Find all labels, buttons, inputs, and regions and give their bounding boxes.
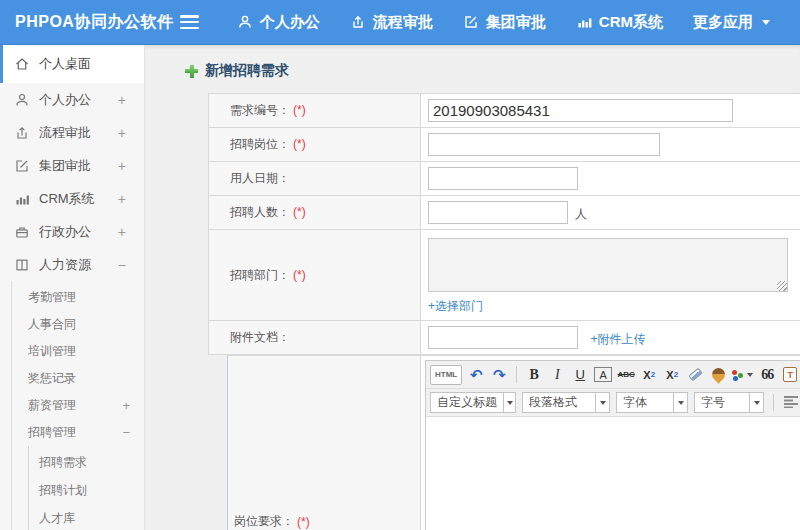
sidebar-item-hr[interactable]: 人力资源 − [0, 248, 144, 281]
main-content: 新增招聘需求 需求编号：(*) 招聘岗位：(*) [145, 45, 800, 530]
sidebar-item-training[interactable]: 培训管理 [12, 338, 144, 365]
field-value-cell [421, 128, 800, 162]
field-label: 招聘部门： [230, 268, 290, 282]
sidebar-item-label: 培训管理 [28, 343, 130, 360]
brush-icon [709, 365, 727, 383]
expand-plus-icon[interactable]: + [118, 158, 126, 174]
editor-toolbar-row1: HTML ↶ ↷ B I U A ABC X2 X2 6 [426, 361, 800, 389]
expand-plus-icon[interactable]: + [122, 398, 130, 413]
field-value-cell [421, 94, 800, 128]
book-icon [14, 257, 30, 273]
font-style-button[interactable]: A [594, 367, 612, 382]
nav-label: 更多应用 [693, 13, 753, 32]
sidebar-item-label: 人力资源 [39, 256, 109, 274]
sidebar-item-label: 招聘计划 [39, 482, 87, 499]
sidebar-item-recruit-mgmt[interactable]: 招聘管理 − [12, 419, 144, 446]
nav-workflow-approval[interactable]: 流程审批 [350, 13, 433, 32]
headcount-input[interactable] [428, 201, 568, 224]
field-value-cell: +附件上传 [421, 321, 800, 355]
expand-plus-icon[interactable]: + [118, 191, 126, 207]
editor-toolbar-row2: 自定义标题 段落格式 字体 字号 [426, 389, 800, 417]
select-label: 段落格式 [523, 394, 595, 411]
editor-content-area[interactable] [426, 417, 800, 530]
strikethrough-button[interactable]: ABC [617, 365, 635, 385]
upload-attachment-link[interactable]: +附件上传 [590, 332, 645, 346]
hire-date-input[interactable] [428, 167, 578, 190]
sidebar-item-attendance[interactable]: 考勤管理 [12, 284, 144, 311]
briefcase-icon [14, 224, 30, 240]
paragraph-format-select[interactable]: 段落格式 [522, 392, 610, 413]
sidebar-item-crm[interactable]: CRM系统 + [0, 182, 144, 215]
sidebar-item-group-approval[interactable]: 集团审批 + [0, 149, 144, 182]
field-label: 需求编号： [230, 103, 290, 117]
sidebar-item-recruit-demand[interactable]: 招聘需求 [29, 448, 144, 476]
sidebar-item-label: 薪资管理 [28, 397, 122, 414]
hr-submenu: 考勤管理 人事合同 培训管理 奖惩记录 薪资管理 + 招聘管理 − 招聘需求 [11, 281, 144, 530]
required-mark: (*) [293, 205, 306, 219]
sidebar-item-label: 考勤管理 [28, 289, 130, 306]
nav-group-approval[interactable]: 集团审批 [463, 13, 546, 32]
sidebar-item-salary[interactable]: 薪资管理 + [12, 392, 144, 419]
superscript-button[interactable]: X2 [640, 365, 658, 385]
collapse-minus-icon[interactable]: − [118, 257, 126, 273]
custom-title-select[interactable]: 自定义标题 [430, 392, 516, 413]
select-dept-link[interactable]: +选择部门 [428, 299, 483, 313]
expand-plus-icon[interactable]: + [118, 125, 126, 141]
color-picker-button[interactable] [732, 365, 753, 385]
attachment-input[interactable] [428, 326, 578, 349]
toolbar-separator [773, 394, 774, 411]
sidebar-item-recruit-plan[interactable]: 招聘计划 [29, 476, 144, 504]
sidebar-item-workflow[interactable]: 流程审批 + [0, 116, 144, 149]
nav-label: 个人办公 [260, 13, 320, 32]
nav-crm-system[interactable]: CRM系统 [576, 13, 663, 32]
sidebar-item-desktop[interactable]: 个人桌面 [0, 45, 144, 83]
expand-plus-icon[interactable]: + [118, 92, 126, 108]
font-size-select[interactable]: 字号 [694, 392, 764, 413]
nav-more-apps[interactable]: 更多应用 [693, 13, 770, 32]
sidebar-item-label: 集团审批 [39, 157, 109, 175]
underline-button[interactable]: U [571, 365, 589, 385]
remove-format-button[interactable] [686, 365, 704, 385]
edit-square-icon [463, 14, 479, 30]
bar-chart-icon [576, 14, 592, 30]
app-logo: PHPOA协同办公软件 [0, 12, 180, 33]
undo-button[interactable]: ↶ [467, 365, 485, 385]
expand-plus-icon[interactable]: + [118, 224, 126, 240]
form-row-position: 招聘岗位：(*) [209, 128, 800, 162]
sidebar-item-hr-contract[interactable]: 人事合同 [12, 311, 144, 338]
field-value-cell: HTML ↶ ↷ B I U A ABC X2 X2 6 [421, 356, 800, 530]
toolbar-separator [516, 366, 517, 383]
dept-textarea[interactable] [428, 238, 788, 292]
resize-grip[interactable] [777, 281, 787, 291]
redo-button[interactable]: ↷ [490, 365, 508, 385]
menu-toggle-icon[interactable] [180, 15, 199, 29]
sidebar-item-rewards[interactable]: 奖惩记录 [12, 365, 144, 392]
field-label-cell: 附件文档： [209, 321, 421, 355]
field-label: 岗位要求： [234, 513, 294, 530]
source-code-button[interactable]: HTML [430, 365, 462, 385]
font-family-select[interactable]: 字体 [616, 392, 688, 413]
field-label-cell: 用人日期： [209, 162, 421, 196]
user-icon [14, 92, 30, 108]
subscript-button[interactable]: X2 [663, 365, 681, 385]
nav-personal-office[interactable]: 个人办公 [237, 13, 320, 32]
sidebar-item-admin-office[interactable]: 行政办公 + [0, 215, 144, 248]
sidebar-item-label: 个人桌面 [39, 55, 126, 73]
format-painter-button[interactable] [709, 365, 727, 385]
sup-digit: 2 [651, 370, 655, 379]
add-plus-icon [185, 65, 198, 78]
field-value-cell: +选择部门 [421, 230, 800, 321]
blockquote-button[interactable]: 66 [758, 365, 776, 385]
sidebar-item-personal-office[interactable]: 个人办公 + [0, 83, 144, 116]
sidebar-item-label: CRM系统 [39, 190, 109, 208]
field-label-cell: 招聘人数：(*) [209, 196, 421, 230]
bold-button[interactable]: B [525, 365, 543, 385]
collapse-minus-icon[interactable]: − [122, 425, 130, 440]
sidebar-item-talent-pool[interactable]: 人才库 [29, 504, 144, 530]
field-value-cell [421, 162, 800, 196]
position-input[interactable] [428, 133, 660, 156]
italic-button[interactable]: I [548, 365, 566, 385]
align-left-button[interactable] [783, 394, 799, 412]
demand-number-input[interactable] [428, 99, 733, 122]
paste-text-button[interactable]: T [781, 365, 799, 385]
